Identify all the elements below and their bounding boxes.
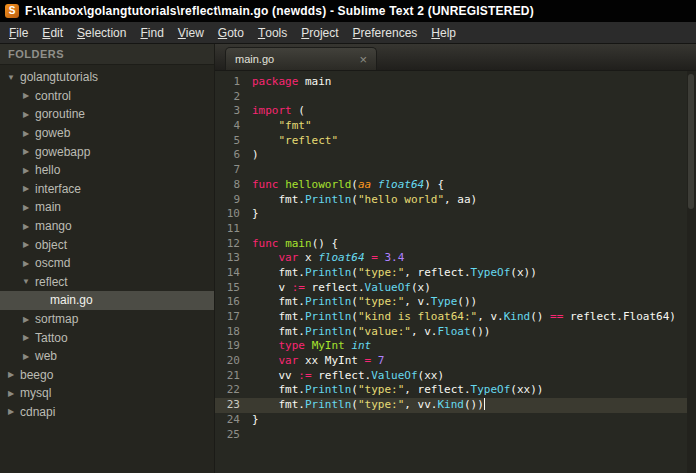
- triangle-collapsed-icon[interactable]: ▶: [19, 91, 33, 100]
- folder-goweb[interactable]: ▶goweb: [0, 124, 214, 143]
- line-number: 23: [215, 398, 252, 413]
- code-line-11: 11: [215, 222, 696, 237]
- menu-project[interactable]: Project: [294, 22, 345, 43]
- triangle-collapsed-icon[interactable]: ▶: [4, 407, 18, 416]
- folder-tattoo[interactable]: ▶Tattoo: [0, 328, 214, 347]
- line-number: 2: [215, 90, 252, 105]
- code-line-19: 19 type MyInt int: [215, 339, 696, 354]
- code-line-22: 22 fmt.Println("type:", reflect.TypeOf(x…: [215, 383, 696, 398]
- code-line-text: fmt.Println("type:", reflect.TypeOf(xx)): [252, 383, 543, 398]
- code-line-9: 9 fmt.Println("hello world", aa): [215, 193, 696, 208]
- tree-item-label: web: [33, 349, 57, 363]
- folder-cdnapi[interactable]: ▶cdnapi: [0, 403, 214, 422]
- menu-help[interactable]: Help: [424, 22, 463, 43]
- triangle-collapsed-icon[interactable]: ▶: [19, 315, 33, 324]
- folder-oscmd[interactable]: ▶oscmd: [0, 254, 214, 273]
- code-line-text: fmt.Println("type:", reflect.TypeOf(x)): [252, 266, 537, 281]
- code-line-14: 14 fmt.Println("type:", reflect.TypeOf(x…: [215, 266, 696, 281]
- code-line-text: type MyInt int: [252, 339, 371, 354]
- folder-golangtutorials[interactable]: ▼golangtutorials: [0, 68, 214, 87]
- editor-pane: main.go × 1package main23import (4 "fmt"…: [215, 44, 696, 473]
- line-number: 7: [215, 163, 252, 178]
- triangle-collapsed-icon[interactable]: ▶: [4, 389, 18, 398]
- code-line-12: 12func main() {: [215, 237, 696, 252]
- code-line-25: 25: [215, 428, 696, 443]
- line-number: 25: [215, 428, 252, 443]
- line-number: 14: [215, 266, 252, 281]
- triangle-expanded-icon[interactable]: ▼: [19, 277, 33, 286]
- menu-file[interactable]: File: [2, 22, 35, 43]
- line-number: 16: [215, 295, 252, 310]
- triangle-collapsed-icon[interactable]: ▶: [19, 184, 33, 193]
- code-line-1: 1package main: [215, 75, 696, 90]
- line-number: 13: [215, 251, 252, 266]
- folder-object[interactable]: ▶object: [0, 235, 214, 254]
- triangle-collapsed-icon[interactable]: ▶: [19, 110, 33, 119]
- line-number: 22: [215, 383, 252, 398]
- triangle-collapsed-icon[interactable]: ▶: [19, 222, 33, 231]
- line-number: 15: [215, 281, 252, 296]
- folder-mysql[interactable]: ▶mysql: [0, 384, 214, 403]
- tree-item-label: reflect: [33, 275, 68, 289]
- menu-edit[interactable]: Edit: [35, 22, 70, 43]
- code-line-text: }: [252, 413, 259, 428]
- tree-item-label: object: [33, 238, 67, 252]
- code-editor[interactable]: 1package main23import (4 "fmt"5 "reflect…: [215, 71, 696, 473]
- triangle-collapsed-icon[interactable]: ▶: [19, 147, 33, 156]
- code-line-text: func main() {: [252, 237, 338, 252]
- code-line-text: fmt.Println("kind is float64:", v.Kind()…: [252, 310, 676, 325]
- triangle-collapsed-icon[interactable]: ▶: [4, 370, 18, 379]
- folder-reflect[interactable]: ▼reflect: [0, 273, 214, 292]
- tab-close-icon[interactable]: ×: [359, 53, 367, 66]
- folder-control[interactable]: ▶control: [0, 87, 214, 106]
- menu-view[interactable]: View: [171, 22, 211, 43]
- folder-mango[interactable]: ▶mango: [0, 217, 214, 236]
- menu-preferences[interactable]: Preferences: [346, 22, 425, 43]
- triangle-collapsed-icon[interactable]: ▶: [19, 333, 33, 342]
- triangle-collapsed-icon[interactable]: ▶: [19, 352, 33, 361]
- scrollbar-thumb[interactable]: [688, 74, 694, 209]
- folder-interface[interactable]: ▶interface: [0, 180, 214, 199]
- folder-tree: ▼golangtutorials▶control▶goroutine▶goweb…: [0, 65, 214, 473]
- triangle-expanded-icon[interactable]: ▼: [4, 73, 18, 82]
- triangle-collapsed-icon[interactable]: ▶: [19, 203, 33, 212]
- folder-goroutine[interactable]: ▶goroutine: [0, 105, 214, 124]
- file-main-go[interactable]: main.go: [0, 291, 214, 310]
- menu-tools[interactable]: Tools: [251, 22, 294, 43]
- tree-item-label: main: [33, 200, 61, 214]
- folder-gowebapp[interactable]: ▶gowebapp: [0, 142, 214, 161]
- code-line-4: 4 "fmt": [215, 119, 696, 134]
- code-line-20: 20 var xx MyInt = 7: [215, 354, 696, 369]
- triangle-collapsed-icon[interactable]: ▶: [19, 166, 33, 175]
- code-line-23: 23 fmt.Println("type:", vv.Kind()): [215, 398, 696, 413]
- triangle-collapsed-icon[interactable]: ▶: [19, 259, 33, 268]
- menu-find[interactable]: Find: [133, 22, 170, 43]
- folder-hello[interactable]: ▶hello: [0, 161, 214, 180]
- line-number: 6: [215, 148, 252, 163]
- line-number: 4: [215, 119, 252, 134]
- folder-sortmap[interactable]: ▶sortmap: [0, 310, 214, 329]
- code-line-text: }: [252, 207, 259, 222]
- code-line-text: "fmt": [252, 119, 312, 134]
- folders-header: FOLDERS: [0, 44, 214, 65]
- code-line-text: "reflect": [252, 134, 338, 149]
- code-line-text: v := reflect.ValueOf(x): [252, 281, 431, 296]
- tab-main-go[interactable]: main.go ×: [225, 47, 377, 70]
- line-number: 18: [215, 325, 252, 340]
- tree-item-label: golangtutorials: [18, 70, 98, 84]
- line-number: 24: [215, 413, 252, 428]
- titlebar[interactable]: S F:\kanbox\golangtutorials\reflect\main…: [0, 0, 696, 22]
- triangle-collapsed-icon[interactable]: ▶: [19, 129, 33, 138]
- folder-beego[interactable]: ▶beego: [0, 366, 214, 385]
- tree-item-label: beego: [18, 368, 53, 382]
- main-area: FOLDERS ▼golangtutorials▶control▶gorouti…: [0, 44, 696, 473]
- vertical-scrollbar[interactable]: [687, 71, 696, 473]
- folder-web[interactable]: ▶web: [0, 347, 214, 366]
- tree-item-label: control: [33, 89, 71, 103]
- triangle-collapsed-icon[interactable]: ▶: [19, 240, 33, 249]
- menu-goto[interactable]: Goto: [211, 22, 251, 43]
- line-number: 10: [215, 207, 252, 222]
- code-line-24: 24}: [215, 413, 696, 428]
- menu-selection[interactable]: Selection: [70, 22, 133, 43]
- folder-main[interactable]: ▶main: [0, 198, 214, 217]
